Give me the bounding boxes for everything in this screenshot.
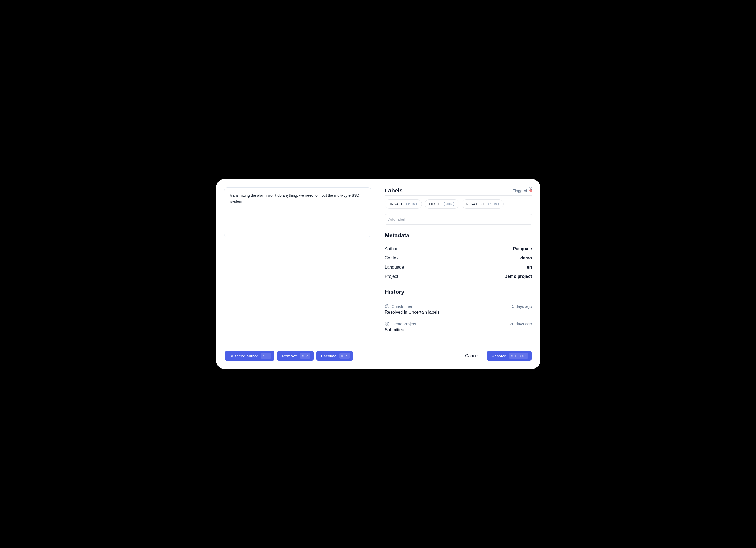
history-user-name: Demo Project <box>392 322 416 326</box>
history-user: Christopher <box>385 304 413 309</box>
label-name: NEGATIVE <box>466 202 485 206</box>
history-item: Demo Project 20 days ago Submitted <box>385 318 532 336</box>
label-pill-toxic[interactable]: TOXIC (90%) <box>425 199 459 208</box>
history-header: History <box>385 289 532 297</box>
metadata-val: Pasquale <box>513 246 532 251</box>
history-title: History <box>385 289 404 295</box>
history-item: Christopher 5 days ago Resolved in Uncer… <box>385 301 532 318</box>
escalate-button[interactable]: Escalate ⌘ 3 <box>316 351 353 361</box>
content-text-card: transmitting the alarm won't do anything… <box>224 187 371 237</box>
metadata-row-context: Context demo <box>385 253 532 262</box>
history-desc: Resolved in Uncertain labels <box>385 310 532 315</box>
resolve-button[interactable]: Resolve ⌘ Enter <box>487 351 532 361</box>
metadata-title: Metadata <box>385 232 409 238</box>
history-time: 5 days ago <box>512 304 532 309</box>
metadata-section: Metadata Author Pasquale Context demo La… <box>385 232 532 281</box>
moderation-modal: transmitting the alarm won't do anything… <box>216 179 540 369</box>
button-label: Remove <box>282 354 297 358</box>
history-item-top: Demo Project 20 days ago <box>385 322 532 326</box>
user-icon <box>385 304 389 309</box>
details-column: Labels Flagged UNSAFE (60%) TOXIC (90%) <box>385 187 532 336</box>
label-name: TOXIC <box>429 202 441 206</box>
metadata-header: Metadata <box>385 232 532 240</box>
flagged-label: Flagged <box>512 188 527 193</box>
footer-left: Suspend author ⌘ 1 Remove ⌘ 2 Escalate ⌘… <box>225 351 353 361</box>
add-label-input[interactable] <box>385 214 532 224</box>
metadata-key: Context <box>385 255 400 260</box>
labels-title: Labels <box>385 187 403 194</box>
label-pct: (90%) <box>443 202 455 206</box>
modal-content: transmitting the alarm won't do anything… <box>224 187 532 336</box>
footer-right: Cancel Resolve ⌘ Enter <box>465 351 532 361</box>
button-label: Suspend author <box>230 354 258 358</box>
labels-row: UNSAFE (60%) TOXIC (90%) NEGATIVE (90%) <box>385 199 532 208</box>
kbd-hint: ⌘ 3 <box>339 353 350 359</box>
metadata-key: Author <box>385 246 398 251</box>
label-pill-negative[interactable]: NEGATIVE (90%) <box>462 199 504 208</box>
history-user: Demo Project <box>385 322 416 326</box>
suspend-author-button[interactable]: Suspend author ⌘ 1 <box>225 351 275 361</box>
metadata-val: Demo project <box>504 274 532 279</box>
remove-button[interactable]: Remove ⌘ 2 <box>277 351 314 361</box>
user-icon <box>385 322 389 326</box>
cancel-button[interactable]: Cancel <box>465 354 479 358</box>
labels-section: Labels Flagged UNSAFE (60%) TOXIC (90%) <box>385 187 532 224</box>
metadata-val: demo <box>520 255 532 260</box>
modal-footer: Suspend author ⌘ 1 Remove ⌘ 2 Escalate ⌘… <box>224 351 532 361</box>
metadata-key: Language <box>385 265 404 270</box>
metadata-row-language: Language en <box>385 262 532 272</box>
svg-point-3 <box>387 305 388 307</box>
history-time: 20 days ago <box>510 322 532 326</box>
labels-header: Labels Flagged <box>385 187 532 196</box>
svg-point-5 <box>387 323 388 324</box>
content-text: transmitting the alarm won't do anything… <box>230 193 359 203</box>
history-section: History Christopher 5 days ago <box>385 289 532 336</box>
metadata-row-project: Project Demo project <box>385 272 532 281</box>
metadata-val: en <box>527 265 532 270</box>
kbd-hint: ⌘ 1 <box>261 353 271 359</box>
button-label: Escalate <box>321 354 337 358</box>
close-icon <box>528 186 533 191</box>
kbd-hint: ⌘ 2 <box>300 353 310 359</box>
metadata-key: Project <box>385 274 398 279</box>
metadata-row-author: Author Pasquale <box>385 244 532 253</box>
history-item-top: Christopher 5 days ago <box>385 304 532 309</box>
content-column: transmitting the alarm won't do anything… <box>224 187 371 336</box>
kbd-hint: ⌘ Enter <box>509 353 528 359</box>
label-name: UNSAFE <box>389 202 404 206</box>
history-desc: Submitted <box>385 328 532 332</box>
label-pill-unsafe[interactable]: UNSAFE (60%) <box>385 199 422 208</box>
label-pct: (90%) <box>488 202 500 206</box>
button-label: Resolve <box>492 354 506 358</box>
history-user-name: Christopher <box>392 304 413 309</box>
close-button[interactable] <box>528 186 533 191</box>
label-pct: (60%) <box>406 202 418 206</box>
